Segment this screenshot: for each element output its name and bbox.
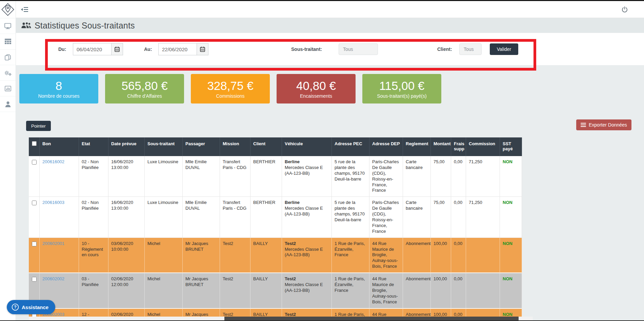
column-header: Date prévue <box>108 137 145 156</box>
sst-paye-cell: NON <box>500 238 522 273</box>
adresse-dep-cell: 44 Rue Maurice de Broglie, Aulnay-sous-B… <box>369 238 403 273</box>
bon-cell: 200616003 <box>40 197 79 238</box>
adresse-pec-cell: 5 rue de la plante des champs, 95170 Deu… <box>332 197 369 238</box>
commission-cell: 71,250 <box>466 197 500 238</box>
user-icon <box>5 101 11 107</box>
sidebar-item-user[interactable] <box>0 96 16 112</box>
mission-cell: Transfert Paris - CDG <box>220 156 250 197</box>
export-data-button[interactable]: Exporter Données <box>576 119 631 130</box>
pointer-button[interactable]: Pointer <box>26 121 51 131</box>
date-from-input[interactable] <box>73 43 112 55</box>
adresse-dep-cell: Paris-Charles De Gaulle (CDG), Roissy-en… <box>369 197 403 238</box>
column-header: Frais supp <box>451 137 466 156</box>
vehicule-type: Berline <box>285 159 329 165</box>
bon-link[interactable]: 200602001 <box>42 241 64 246</box>
stat-card-label: Chiffre d'Affaires <box>127 93 162 99</box>
cogs-icon <box>4 70 12 76</box>
row-checkbox[interactable] <box>32 242 37 246</box>
bookings-table-container: BonEtatDate prévueSous-traitantPassagerM… <box>29 137 533 321</box>
vehicule-type: Berline <box>285 200 329 206</box>
column-header: Adresse PEC <box>332 137 369 156</box>
sidebar-toggle-icon[interactable] <box>21 6 28 13</box>
date-to-input[interactable] <box>158 43 197 55</box>
du-label: Du: <box>58 43 66 55</box>
adresse-dep-cell: Paris-Charles De Gaulle (CDG), Roissy-en… <box>369 156 403 197</box>
frais-supp-cell: 0,00 <box>451 273 466 308</box>
stat-card: 8Nombre de courses <box>19 74 98 103</box>
montant-cell: 75,00 <box>431 156 451 197</box>
select-all-checkbox[interactable] <box>32 141 37 146</box>
map-pin-diamond-logo-icon <box>1 2 15 17</box>
mission-cell: Test2 <box>220 238 250 273</box>
column-header: Montant <box>431 137 451 156</box>
mission-cell: Test2 <box>220 273 250 308</box>
client-cell: BERTHIER <box>250 197 282 238</box>
stat-card-value: 565,80 € <box>121 79 167 93</box>
stat-card-label: Nombre de courses <box>38 93 79 99</box>
adresse-pec-cell: 5 rue de la plante des champs, 95170 Deu… <box>332 156 369 197</box>
valider-button[interactable]: Valider <box>490 43 518 55</box>
date-prevue-cell: 03/06/2020 10:00:00 <box>108 238 145 273</box>
topbar <box>16 1 644 18</box>
assistance-button[interactable]: ? Assistance <box>7 300 55 314</box>
date-from-calendar-button[interactable] <box>112 43 123 55</box>
soustraitant-select[interactable]: Tous <box>339 43 378 55</box>
sidebar <box>0 1 16 321</box>
copy-icon <box>5 54 11 60</box>
table-row: 20060200110 - Règlement en cours03/06/20… <box>29 238 522 273</box>
column-header: SST payé <box>500 137 522 156</box>
sidebar-item-desktop[interactable] <box>0 18 16 34</box>
stat-card: 565,80 €Chiffre d'Affaires <box>105 74 184 103</box>
calendar-icon <box>115 46 120 52</box>
soustraitant-cell: Luxe Limousine <box>145 197 183 238</box>
bon-link[interactable]: 200602002 <box>42 276 64 281</box>
horizontal-scrollbar-thumb[interactable] <box>224 317 519 320</box>
commission-cell: 71,250 <box>466 156 500 197</box>
vehicule-type: Test2 <box>285 276 329 282</box>
stat-card-label: Sous-traitant(s) payé(s) <box>377 93 426 99</box>
sidebar-item-table[interactable] <box>0 34 16 50</box>
adresse-pec-cell: 1 Rue de Paris, Ézanville, France <box>332 238 369 273</box>
row-select-cell <box>29 197 40 238</box>
assistance-label: Assistance <box>22 304 48 310</box>
sst-paye-cell: NON <box>500 197 522 238</box>
row-checkbox[interactable] <box>32 160 37 165</box>
row-checkbox[interactable] <box>32 201 37 205</box>
column-header: Adresse DEP <box>369 137 403 156</box>
row-checkbox[interactable] <box>32 277 37 282</box>
column-header: Véhicule <box>282 137 332 156</box>
reglement-cell: Abonnement <box>403 273 431 308</box>
bar-chart-icon <box>5 86 11 91</box>
passager-cell: Mlle Emilie DUVAL <box>183 197 220 238</box>
table-row: 20061600302 - Non Planifiée16/06/2020 13… <box>29 197 522 238</box>
bon-link[interactable]: 200616003 <box>42 200 64 205</box>
sidebar-item-cogs[interactable] <box>0 65 16 81</box>
passager-cell: Mr Jacques BRUNET <box>183 273 220 308</box>
date-to-calendar-button[interactable] <box>197 43 208 55</box>
table-row: 20060200203 - Planifiée02/06/2020 12:00:… <box>29 273 522 308</box>
sidebar-item-bar-chart[interactable] <box>0 81 16 96</box>
page-title-bar: Statistiques Sous-traitants <box>16 18 644 33</box>
frais-supp-cell: 0,00 <box>451 197 466 238</box>
sidebar-nav <box>0 18 16 112</box>
client-select[interactable]: Tous <box>459 43 482 55</box>
montant-cell: 100,00 <box>431 273 451 308</box>
client-cell: BERTHIER <box>250 156 282 197</box>
svg-text:?: ? <box>14 305 17 309</box>
sst-paye-cell: NON <box>500 156 522 197</box>
stat-card-value: 328,75 € <box>207 79 253 93</box>
bon-link[interactable]: 200616002 <box>42 159 64 164</box>
adresse-pec-cell: 1 Rue de Paris, Ézanville, France <box>332 273 369 308</box>
stat-card-label: Encaissements <box>300 93 332 99</box>
sidebar-item-copy[interactable] <box>0 50 16 65</box>
column-header: Etat <box>79 137 108 156</box>
passager-cell: Mlle Emilie DUVAL <box>183 156 220 197</box>
bon-cell: 200602001 <box>40 238 79 273</box>
montant-cell: 75,00 <box>431 197 451 238</box>
vehicule-cell: BerlineMercedes Classe E (AA-123-BB) <box>282 156 332 197</box>
stat-card: 115,00 €Sous-traitant(s) payé(s) <box>362 74 441 103</box>
table-row: 20061600202 - Non Planifiée16/06/2020 13… <box>29 156 522 197</box>
power-icon[interactable] <box>622 6 628 13</box>
soustraitant-cell: Michel <box>145 273 183 308</box>
vehicule-type: Test2 <box>285 241 329 247</box>
